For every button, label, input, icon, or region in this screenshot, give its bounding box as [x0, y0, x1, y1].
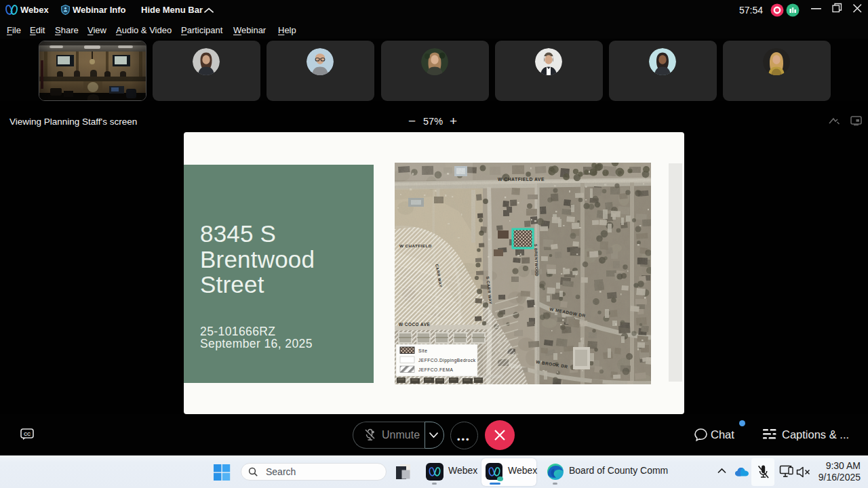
svg-text:W CHATFIELD AVE: W CHATFIELD AVE	[498, 177, 545, 182]
svg-text:Site: Site	[418, 348, 427, 353]
svg-text:W CHATFIELD: W CHATFIELD	[399, 243, 432, 248]
svg-text:JEFFCO.DippingBedrock: JEFFCO.DippingBedrock	[418, 358, 476, 363]
svg-text:CC: CC	[24, 432, 31, 436]
svg-text:JEFFCO.FEMA: JEFFCO.FEMA	[418, 367, 453, 372]
svg-text:W COCO AVE: W COCO AVE	[399, 322, 430, 327]
